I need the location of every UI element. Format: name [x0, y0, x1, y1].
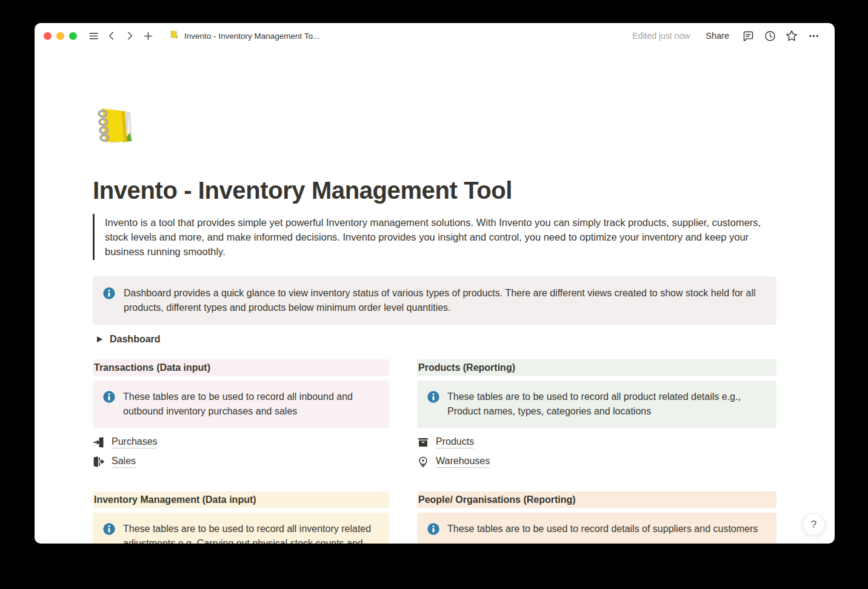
section-header-transactions: Transactions (Data input): [93, 359, 389, 376]
warehouses-page-link[interactable]: Warehouses: [417, 454, 490, 469]
info-icon: [102, 522, 116, 544]
comments-icon[interactable]: [740, 28, 756, 44]
sales-page-link[interactable]: Sales: [93, 454, 136, 469]
page-icon-notebook[interactable]: [93, 104, 140, 151]
notion-window: Invento - Inventory Management To... Edi…: [35, 23, 835, 544]
purchases-page-link[interactable]: Purchases: [93, 435, 158, 450]
products-links: Products Warehouses: [417, 435, 776, 469]
more-options-icon[interactable]: [806, 28, 821, 44]
dashboard-toggle-label: Dashboard: [110, 334, 161, 345]
purchases-link-label: Purchases: [112, 436, 158, 448]
archive-box-icon: [417, 436, 429, 448]
products-callout: These tables are to be used to record al…: [417, 381, 776, 428]
door-exit-icon: [93, 456, 105, 468]
inventory-management-callout-text: These tables are to be used to record al…: [123, 522, 379, 544]
products-callout-text: These tables are to be used to record al…: [447, 390, 767, 419]
section-header-people-organisations: People/ Organisations (Reporting): [417, 491, 776, 508]
section-header-products: Products (Reporting): [417, 359, 776, 376]
nav-controls: [85, 28, 156, 44]
history-icon[interactable]: [762, 28, 778, 44]
door-enter-icon: [93, 436, 105, 448]
dashboard-toggle[interactable]: Dashboard: [93, 332, 162, 347]
transactions-callout: These tables are to be used to record al…: [93, 381, 389, 428]
intro-quote: Invento is a tool that provides simple y…: [93, 214, 767, 260]
people-organisations-callout: These tables are to be used to record de…: [417, 513, 776, 544]
minimize-window-button[interactable]: [56, 32, 64, 40]
products-page-link[interactable]: Products: [417, 435, 474, 450]
page-title: Invento - Inventory Management Tool: [93, 177, 776, 204]
page-emoji-icon: [169, 30, 179, 42]
close-window-button[interactable]: [44, 32, 52, 40]
titlebar-actions: Edited just now Share: [632, 28, 821, 44]
transactions-links: Purchases Sales: [93, 435, 389, 469]
breadcrumb[interactable]: Invento - Inventory Management To...: [169, 30, 319, 42]
help-button[interactable]: ?: [803, 513, 825, 536]
fullscreen-window-button[interactable]: [69, 32, 77, 40]
back-icon[interactable]: [104, 28, 119, 44]
two-column-layout: Transactions (Data input) These tables a…: [93, 359, 776, 544]
left-column: Transactions (Data input) These tables a…: [93, 359, 389, 544]
people-organisations-callout-text: These tables are to be used to record de…: [447, 522, 758, 540]
traffic-lights: [44, 32, 77, 40]
info-icon: [427, 522, 440, 540]
share-button[interactable]: Share: [701, 28, 734, 43]
section-header-inventory-management: Inventory Management (Data input): [93, 491, 389, 508]
edited-status: Edited just now: [632, 31, 690, 41]
dashboard-info-text: Dashboard provides a quick glance to vie…: [124, 286, 767, 315]
dashboard-info-callout: Dashboard provides a quick glance to vie…: [93, 276, 776, 325]
inventory-management-callout: These tables are to be used to record al…: [93, 513, 389, 544]
location-pin-icon: [417, 456, 429, 468]
page-content: Invento - Inventory Management Tool Inve…: [35, 48, 835, 544]
warehouses-link-label: Warehouses: [436, 456, 490, 468]
info-icon: [102, 390, 116, 419]
sidebar-menu-icon[interactable]: [85, 28, 101, 44]
forward-icon[interactable]: [122, 28, 138, 44]
products-link-label: Products: [436, 436, 474, 448]
window-page-title: Invento - Inventory Management To...: [184, 32, 319, 41]
info-icon: [102, 286, 116, 315]
right-column: Products (Reporting) These tables are to…: [417, 359, 776, 544]
toggle-triangle-icon: [97, 336, 102, 342]
new-page-icon[interactable]: [140, 28, 156, 44]
window-titlebar: Invento - Inventory Management To... Edi…: [35, 23, 835, 48]
favorite-star-icon[interactable]: [784, 28, 800, 44]
transactions-callout-text: These tables are to be used to record al…: [123, 390, 379, 419]
sales-link-label: Sales: [112, 456, 136, 468]
info-icon: [427, 390, 440, 419]
